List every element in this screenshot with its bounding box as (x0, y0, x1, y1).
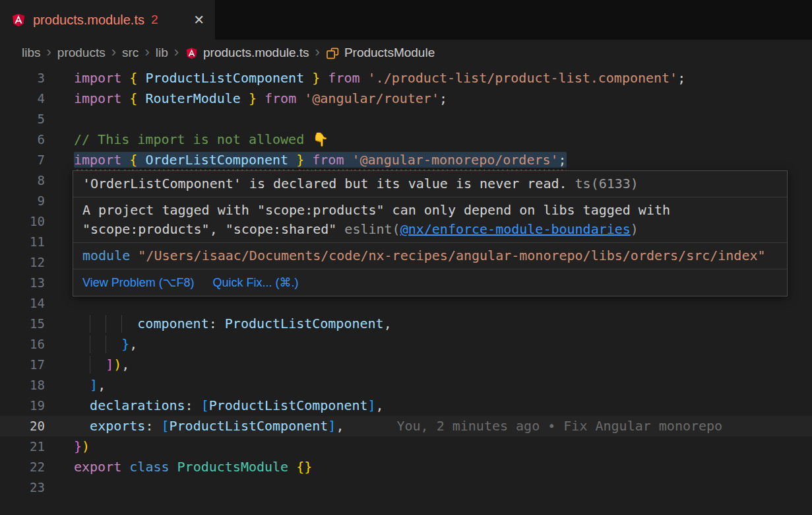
code-token: [ (201, 397, 209, 413)
line-number[interactable]: 9 (0, 191, 45, 211)
line-number[interactable]: 20 (0, 416, 45, 436)
line-number[interactable]: 15 (0, 314, 45, 334)
indent-guide (90, 335, 90, 353)
hover-action-quick-fix[interactable]: Quick Fix... (⌘.) (212, 275, 298, 290)
hover-row-eslint-diagnostic: A project tagged with "scope:products" c… (73, 197, 787, 243)
code-token (121, 70, 129, 86)
breadcrumb-item-src[interactable]: src (122, 46, 139, 60)
code-token: ProductListComponent (209, 397, 368, 413)
line-content: import { ProductListComponent } from './… (74, 68, 812, 88)
line-content: component: ProductListComponent, (74, 314, 812, 334)
code-line-23[interactable]: 23 (0, 477, 812, 498)
code-token: , (121, 357, 129, 372)
code-token: ProductListComponent (225, 316, 384, 331)
breadcrumb-label: products.module.ts (203, 46, 309, 60)
line-number[interactable]: 16 (0, 334, 45, 355)
tab-products-module-ts[interactable]: products.module.ts 2 ✕ (0, 0, 215, 40)
line-number[interactable]: 8 (0, 170, 45, 191)
code-token (304, 152, 312, 168)
code-line-6[interactable]: 6// This import is not allowed 👇 (0, 129, 812, 150)
line-number[interactable]: 4 (0, 88, 45, 109)
code-line-18[interactable]: 18 ], (0, 375, 812, 395)
code-line-4[interactable]: 4import { RouterModule } from '@angular/… (0, 88, 812, 109)
breadcrumb-item-productsmodule[interactable]: ProductsModule (326, 46, 435, 60)
code-token: } (74, 438, 82, 454)
indent-guide (106, 335, 106, 353)
code-token: { (129, 90, 137, 106)
code-token (74, 336, 121, 352)
code-token: : (209, 316, 217, 331)
breadcrumb-separator: › (47, 45, 51, 61)
git-blame-annotation: You, 2 minutes ago • Fix Angular monorep… (344, 418, 722, 434)
code-token: declarations (90, 397, 185, 413)
line-number[interactable]: 22 (0, 457, 45, 477)
line-number[interactable]: 10 (0, 211, 45, 232)
code-token: './product-list/product-list.component' (368, 70, 678, 86)
code-token (288, 459, 296, 475)
breadcrumb-separator: › (111, 45, 116, 61)
code-token (121, 459, 129, 475)
code-token: : (145, 418, 153, 434)
code-line-20[interactable]: 20 exports: [ProductListComponent],You, … (0, 416, 812, 436)
code-line-16[interactable]: 16 }, (0, 334, 812, 355)
line-number[interactable]: 7 (0, 150, 45, 170)
line-number[interactable]: 21 (0, 436, 45, 457)
code-line-3[interactable]: 3import { ProductListComponent } from '.… (0, 68, 812, 88)
breadcrumb-item-lib[interactable]: lib (156, 46, 168, 60)
code-token (296, 90, 304, 106)
breadcrumb-item-products[interactable]: products (57, 46, 106, 60)
breadcrumb-label: products (57, 46, 106, 60)
code-line-15[interactable]: 15 component: ProductListComponent, (0, 314, 812, 334)
code-token: ] (90, 377, 98, 393)
breadcrumb-item-products-module-ts[interactable]: products.module.ts (185, 46, 309, 60)
code-token: 👇 (312, 131, 328, 147)
line-number[interactable]: 6 (0, 129, 45, 150)
breadcrumb-label: src (122, 46, 139, 60)
code-token: } (121, 336, 129, 352)
code-line-5[interactable]: 5 (0, 109, 812, 129)
code-token (170, 459, 177, 475)
code-token: ; (677, 70, 685, 86)
code-token (360, 70, 368, 86)
hover-text: ts(6133) (567, 176, 639, 191)
code-token: ] (368, 397, 376, 413)
line-number[interactable]: 17 (0, 355, 45, 375)
line-content (74, 109, 812, 129)
line-number[interactable]: 12 (0, 252, 45, 273)
diagnostic-rule-link[interactable]: @nx/enforce-module-boundaries (400, 221, 631, 237)
breadcrumb-label: ProductsModule (344, 46, 435, 60)
line-number[interactable]: 14 (0, 293, 45, 314)
code-editor[interactable]: 3import { ProductListComponent } from '.… (0, 66, 812, 515)
line-number[interactable]: 13 (0, 273, 45, 293)
code-line-19[interactable]: 19 declarations: [ProductListComponent], (0, 395, 812, 416)
code-token (344, 152, 352, 168)
code-line-7[interactable]: 7import { OrderListComponent } from '@an… (0, 150, 812, 170)
line-number[interactable]: 19 (0, 395, 45, 416)
line-number[interactable]: 11 (0, 232, 45, 252)
code-token (217, 316, 225, 331)
line-number[interactable]: 3 (0, 68, 45, 88)
code-token: class (129, 459, 169, 475)
code-token: ; (559, 152, 567, 168)
breadcrumb-item-libs[interactable]: libs (22, 46, 41, 60)
line-content: ], (74, 375, 812, 395)
hover-text: eslint( (336, 221, 400, 237)
indent-guide (121, 315, 122, 333)
hover-action-view-problem[interactable]: View Problem (⌥F8) (82, 275, 194, 290)
code-token: import (74, 90, 121, 106)
line-content: export class ProductsModule {} (74, 457, 812, 477)
line-content: ]), (74, 355, 812, 375)
angular-icon (185, 46, 199, 60)
code-token (320, 70, 328, 86)
line-number[interactable]: 18 (0, 375, 45, 395)
class-icon (326, 46, 340, 60)
code-line-21[interactable]: 21}) (0, 436, 812, 457)
line-number[interactable]: 5 (0, 109, 45, 129)
hover-text: "/Users/isaac/Documents/code/nx-recipes/… (138, 248, 765, 263)
close-icon[interactable]: ✕ (193, 12, 204, 28)
indent-guide (90, 315, 90, 333)
code-token: import (74, 70, 121, 86)
code-line-22[interactable]: 22export class ProductsModule {} (0, 457, 812, 477)
line-number[interactable]: 23 (0, 477, 45, 498)
code-line-17[interactable]: 17 ]), (0, 355, 812, 375)
